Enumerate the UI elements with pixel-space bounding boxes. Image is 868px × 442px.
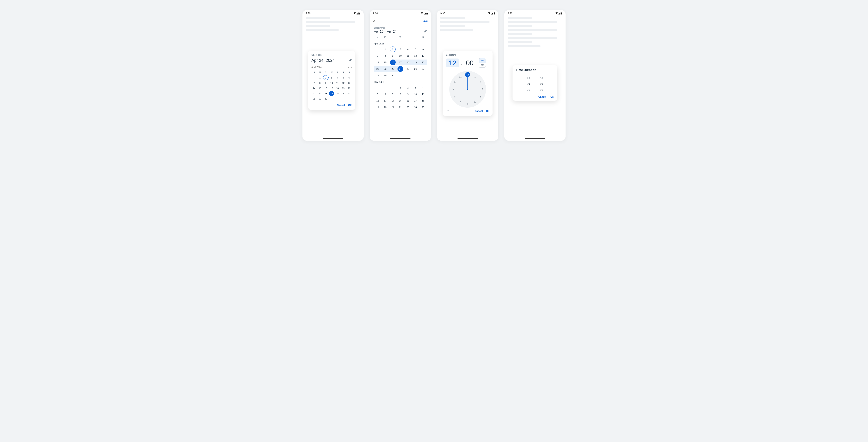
calendar-day[interactable]: 25: [404, 66, 412, 72]
calendar-day[interactable]: 8: [397, 91, 404, 97]
ok-button[interactable]: OK: [551, 95, 554, 98]
prev-month-button[interactable]: ‹: [348, 66, 349, 68]
calendar-day[interactable]: 9: [323, 81, 329, 86]
clock-hour-1[interactable]: 1: [472, 74, 477, 79]
calendar-day[interactable]: 4: [404, 46, 412, 52]
calendar-day[interactable]: 7: [389, 91, 397, 97]
calendar-day[interactable]: 5: [374, 91, 381, 97]
calendar-day[interactable]: 14: [374, 60, 381, 65]
calendar-day[interactable]: 6: [346, 75, 352, 80]
calendar-day[interactable]: 8: [381, 53, 389, 59]
duration-minutes-wheel[interactable]: 59 00 01: [537, 77, 546, 91]
clock-hour-9[interactable]: 9: [451, 87, 456, 92]
cancel-button[interactable]: Cancel: [475, 110, 483, 113]
calendar-day[interactable]: 29: [317, 96, 323, 101]
calendar-day[interactable]: 30: [323, 96, 329, 101]
calendar-day[interactable]: 24: [329, 91, 335, 96]
calendar-day[interactable]: 25: [335, 91, 340, 96]
calendar-day[interactable]: 6: [419, 46, 427, 52]
clock-face[interactable]: 121234567891011: [449, 71, 486, 108]
calendar-day[interactable]: 3: [412, 85, 419, 91]
calendar-day[interactable]: 5: [412, 46, 419, 52]
calendar-day[interactable]: 9: [389, 53, 397, 59]
clock-hour-4[interactable]: 4: [478, 94, 483, 99]
calendar-day[interactable]: 26: [341, 91, 346, 96]
calendar-day[interactable]: 23: [404, 104, 412, 110]
calendar-day[interactable]: 4: [419, 85, 427, 91]
duration-hours-wheel[interactable]: 99 00 01: [524, 77, 532, 91]
pencil-icon[interactable]: [349, 59, 352, 62]
month-dropdown[interactable]: April 2024 ▾: [311, 66, 324, 68]
calendar-day[interactable]: 16: [323, 86, 329, 91]
calendar-day[interactable]: 15: [381, 60, 389, 65]
calendar-day[interactable]: 18: [419, 98, 427, 103]
calendar-day[interactable]: 10: [397, 53, 404, 59]
calendar-day[interactable]: 14: [389, 98, 397, 103]
calendar-day[interactable]: 22: [317, 91, 323, 96]
minute-field[interactable]: 00: [463, 59, 476, 67]
calendar-day[interactable]: 5: [341, 75, 346, 80]
save-button[interactable]: Save: [422, 19, 428, 23]
calendar-day[interactable]: 3: [397, 46, 404, 52]
calendar-day[interactable]: 12: [374, 98, 381, 103]
calendar-day[interactable]: 24: [412, 104, 419, 110]
calendar-day[interactable]: 21: [311, 91, 317, 96]
calendar-day[interactable]: 19: [374, 104, 381, 110]
calendar-day[interactable]: 1: [317, 75, 323, 80]
calendar-day[interactable]: 13: [346, 81, 352, 86]
clock-hour-5[interactable]: 5: [472, 99, 477, 104]
calendar-day[interactable]: 18: [335, 86, 340, 91]
calendar-day[interactable]: 15: [397, 98, 404, 103]
calendar-day[interactable]: 12: [412, 53, 419, 59]
calendar-day[interactable]: 27: [346, 91, 352, 96]
ok-button[interactable]: OK: [348, 104, 352, 107]
calendar-day[interactable]: 26: [412, 66, 419, 72]
ok-button[interactable]: Ok: [486, 110, 489, 113]
calendar-day[interactable]: 10: [329, 81, 335, 86]
keyboard-icon[interactable]: [446, 110, 449, 112]
calendar-day[interactable]: 16: [404, 98, 412, 103]
calendar-day[interactable]: 7: [374, 53, 381, 59]
calendar-day[interactable]: 28: [311, 96, 317, 101]
close-icon[interactable]: ×: [373, 19, 375, 23]
calendar-day[interactable]: 20: [381, 104, 389, 110]
clock-hour-2[interactable]: 2: [478, 80, 483, 85]
calendar-day[interactable]: 19: [341, 86, 346, 91]
calendar-day[interactable]: 2: [404, 85, 412, 91]
calendar-day[interactable]: 15: [317, 86, 323, 91]
clock-hour-6[interactable]: 6: [465, 101, 470, 106]
calendar-day[interactable]: 22: [397, 104, 404, 110]
calendar-day[interactable]: 30: [389, 72, 397, 78]
calendar-day[interactable]: 2: [323, 75, 329, 80]
calendar-day[interactable]: 11: [335, 81, 340, 86]
calendar-day[interactable]: 20: [346, 86, 352, 91]
calendar-day[interactable]: 19: [412, 60, 419, 65]
calendar-day[interactable]: 24: [397, 66, 404, 72]
calendar-day[interactable]: 22: [381, 66, 389, 72]
calendar-day[interactable]: 18: [404, 60, 412, 65]
calendar-day[interactable]: 17: [397, 60, 404, 65]
calendar-day[interactable]: 13: [381, 98, 389, 103]
cancel-button[interactable]: Cancel: [538, 95, 547, 98]
pm-toggle[interactable]: PM: [479, 63, 486, 67]
next-month-button[interactable]: ›: [351, 66, 352, 68]
calendar-day[interactable]: 21: [374, 66, 381, 72]
calendar-day[interactable]: 28: [374, 72, 381, 78]
cancel-button[interactable]: Cancel: [337, 104, 345, 107]
calendar-day[interactable]: 1: [397, 85, 404, 91]
calendar-day[interactable]: 11: [404, 53, 412, 59]
clock-hour-7[interactable]: 7: [458, 99, 463, 104]
calendar-day[interactable]: 13: [419, 53, 427, 59]
clock-hour-11[interactable]: 11: [458, 74, 463, 79]
hour-field[interactable]: 12: [446, 59, 459, 67]
calendar-day[interactable]: 12: [341, 81, 346, 86]
clock-hour-10[interactable]: 10: [453, 80, 458, 85]
clock-hour-3[interactable]: 3: [480, 87, 485, 92]
calendar-day[interactable]: 20: [419, 60, 427, 65]
calendar-day[interactable]: 4: [335, 75, 340, 80]
calendar-day[interactable]: 14: [311, 86, 317, 91]
calendar-day[interactable]: 21: [389, 104, 397, 110]
calendar-day[interactable]: 23: [389, 66, 397, 72]
calendar-day[interactable]: 9: [404, 91, 412, 97]
calendar-day[interactable]: 27: [419, 66, 427, 72]
